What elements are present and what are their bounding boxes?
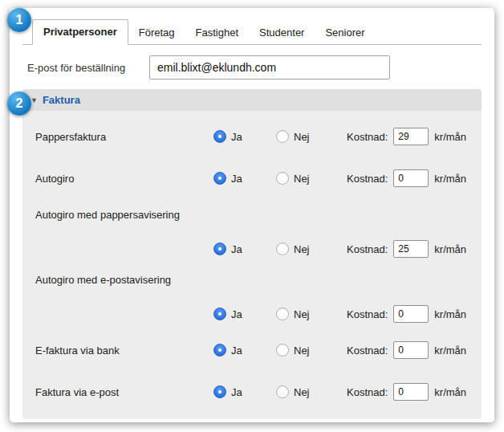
option-row-controls: Ja Nej Kostnad: kr/mån: [213, 128, 470, 145]
nej-cell: Nej: [276, 308, 347, 320]
tab-bar: PrivatpersonerFöretagFastighetStudenterS…: [22, 19, 482, 45]
option-row-controls: Ja Nej Kostnad: kr/mån: [213, 383, 470, 401]
cost-label: Kostnad:: [347, 308, 388, 320]
cost-input[interactable]: [393, 169, 429, 187]
nej-radio[interactable]: [276, 130, 289, 143]
option-rows: Pappersfaktura Ja Nej Kostnad: kr/mån Au…: [22, 111, 482, 413]
faktura-section-title: Faktura: [43, 94, 80, 106]
faktura-section: ▼ Faktura Pappersfaktura Ja Nej Kostnad:…: [22, 89, 482, 419]
nej-cell: Nej: [276, 385, 347, 398]
option-row-label: Autogiro: [35, 173, 213, 185]
tab-fastighet[interactable]: Fastighet: [185, 21, 249, 45]
ja-cell: Ja: [213, 242, 276, 255]
nej-label[interactable]: Nej: [294, 131, 310, 143]
cost-unit-label: kr/mån: [434, 173, 466, 185]
ja-cell: Ja: [213, 344, 276, 357]
ja-label[interactable]: Ja: [231, 344, 242, 357]
ja-cell: Ja: [213, 308, 276, 320]
cost-input[interactable]: [393, 305, 429, 323]
ja-radio[interactable]: [213, 344, 226, 357]
callout-badge-2: 2: [7, 92, 31, 116]
settings-card: PrivatpersonerFöretagFastighetStudenterS…: [10, 8, 494, 422]
nej-cell: Nej: [276, 130, 347, 143]
nej-label[interactable]: Nej: [294, 308, 310, 320]
option-row-label: Faktura via e-post: [35, 386, 213, 398]
cost-input[interactable]: [393, 128, 429, 145]
nej-label[interactable]: Nej: [294, 344, 310, 357]
nej-radio[interactable]: [276, 242, 289, 255]
ja-radio[interactable]: [213, 172, 226, 185]
ja-label[interactable]: Ja: [231, 386, 242, 398]
option-row-controls: Ja Nej Kostnad: kr/mån: [213, 169, 470, 187]
tab-privatpersoner[interactable]: Privatpersoner: [32, 19, 128, 45]
cost-label: Kostnad:: [347, 173, 388, 185]
cost-unit-label: kr/mån: [434, 243, 466, 255]
callout-badge-1: 1: [7, 8, 31, 32]
option-row-controls: Ja Nej Kostnad: kr/mån: [213, 305, 470, 323]
nej-cell: Nej: [276, 242, 347, 255]
tab-f-retag[interactable]: Företag: [128, 21, 185, 45]
cost-group: Kostnad: kr/mån: [347, 383, 466, 401]
nej-label[interactable]: Nej: [294, 243, 310, 255]
ja-label[interactable]: Ja: [231, 243, 242, 255]
nej-label[interactable]: Nej: [294, 386, 310, 398]
order-email-label: E-post för beställning: [27, 62, 149, 74]
option-row-label: E-faktura via bank: [35, 344, 213, 357]
option-row-controls: Ja Nej Kostnad: kr/mån: [213, 240, 470, 258]
nej-radio[interactable]: [276, 344, 289, 357]
ja-radio[interactable]: [213, 385, 226, 398]
nej-cell: Nej: [276, 172, 347, 185]
option-row: Pappersfaktura Ja Nej Kostnad: kr/mån: [35, 116, 470, 157]
ja-cell: Ja: [213, 130, 276, 143]
faktura-section-header[interactable]: ▼ Faktura: [22, 89, 482, 111]
cost-label: Kostnad:: [347, 243, 388, 255]
ja-cell: Ja: [213, 385, 276, 398]
option-row-label: Autogiro med pappersavisering: [35, 209, 470, 221]
nej-radio[interactable]: [276, 308, 289, 320]
ja-radio[interactable]: [213, 242, 226, 255]
cost-group: Kostnad: kr/mån: [347, 169, 466, 187]
option-row-controls: Ja Nej Kostnad: kr/mån: [213, 341, 470, 359]
nej-radio[interactable]: [276, 385, 289, 398]
option-row-label: Autogiro med e-postavisering: [35, 274, 470, 286]
cost-group: Kostnad: kr/mån: [347, 341, 466, 359]
cost-label: Kostnad:: [347, 386, 388, 398]
option-row-label: Pappersfaktura: [35, 131, 213, 143]
ja-label[interactable]: Ja: [231, 308, 242, 320]
cost-input[interactable]: [393, 383, 429, 401]
cost-unit-label: kr/mån: [434, 308, 466, 320]
option-row: E-faktura via bank Ja Nej Kostnad: kr/må…: [35, 329, 470, 371]
nej-label[interactable]: Nej: [294, 173, 310, 185]
cost-input[interactable]: [393, 341, 429, 359]
ja-radio[interactable]: [213, 130, 226, 143]
cost-input[interactable]: [393, 240, 429, 258]
cost-group: Kostnad: kr/mån: [347, 128, 466, 145]
order-email-input[interactable]: [149, 55, 390, 79]
option-row: Autogiro med e-postavisering Ja Nej Kost…: [35, 264, 470, 329]
ja-radio[interactable]: [213, 308, 226, 320]
cost-group: Kostnad: kr/mån: [347, 305, 466, 323]
option-row: Faktura via e-post Ja Nej Kostnad: kr/må…: [35, 371, 470, 413]
tab-seniorer[interactable]: Seniorer: [315, 21, 375, 45]
cost-unit-label: kr/mån: [434, 131, 466, 143]
collapse-arrow-icon[interactable]: ▼: [30, 96, 38, 104]
order-email-row: E-post för beställning: [22, 45, 482, 89]
option-row: Autogiro med pappersavisering Ja Nej Kos…: [35, 199, 470, 264]
cost-unit-label: kr/mån: [434, 386, 466, 398]
cost-group: Kostnad: kr/mån: [347, 240, 466, 258]
cost-unit-label: kr/mån: [434, 344, 466, 357]
cost-label: Kostnad:: [347, 131, 388, 143]
ja-cell: Ja: [213, 172, 276, 185]
option-row: Autogiro Ja Nej Kostnad: kr/mån: [35, 157, 470, 199]
tab-studenter[interactable]: Studenter: [249, 21, 315, 45]
cost-label: Kostnad:: [347, 344, 388, 357]
ja-label[interactable]: Ja: [231, 131, 242, 143]
nej-radio[interactable]: [276, 172, 289, 185]
nej-cell: Nej: [276, 344, 347, 357]
ja-label[interactable]: Ja: [231, 173, 242, 185]
